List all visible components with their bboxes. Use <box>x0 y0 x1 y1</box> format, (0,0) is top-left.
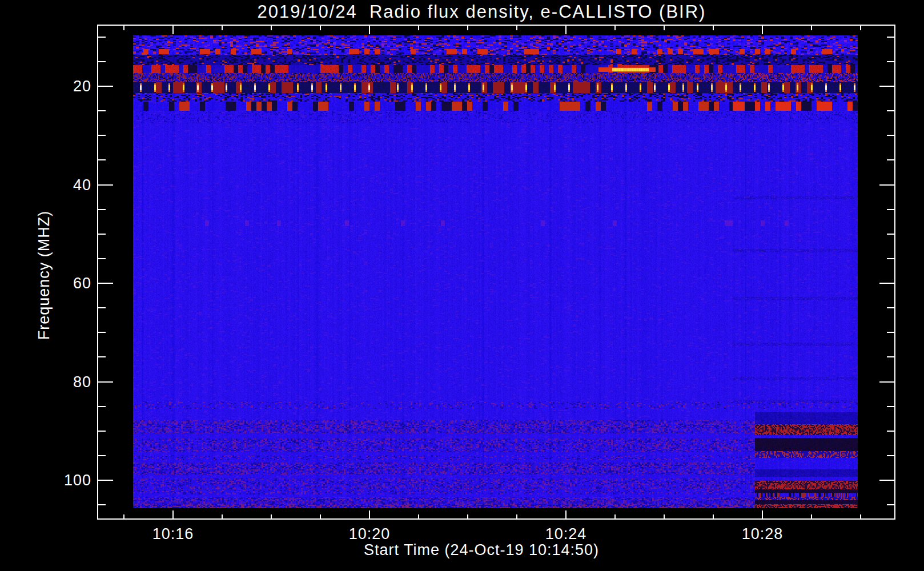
y-minor-tick <box>98 61 106 62</box>
y-minor-tick <box>98 37 106 38</box>
x-minor-tick <box>467 514 468 519</box>
y-minor-tick-right <box>887 431 894 432</box>
x-minor-tick-top <box>614 26 616 30</box>
y-minor-tick <box>98 159 106 160</box>
x-minor-tick <box>860 514 861 519</box>
x-minor-tick <box>516 514 517 519</box>
x-minor-tick <box>614 514 616 519</box>
x-minor-tick-top <box>516 26 517 30</box>
y-minor-tick-right <box>887 258 894 259</box>
y-axis-title: Frequency (MHZ) <box>35 115 53 435</box>
y-minor-tick <box>98 307 106 308</box>
y-major-tick-right <box>879 184 894 186</box>
x-minor-tick-top <box>860 26 861 30</box>
y-minor-tick <box>98 110 106 111</box>
x-tick-label: 10:20 <box>324 525 415 543</box>
x-minor-tick-top <box>271 26 272 30</box>
y-minor-tick-right <box>887 307 894 308</box>
x-minor-tick <box>320 514 321 519</box>
x-minor-tick-top <box>123 26 124 30</box>
x-minor-tick <box>811 514 812 519</box>
y-major-tick <box>98 283 113 284</box>
y-major-tick <box>98 381 113 383</box>
x-minor-tick <box>271 514 272 519</box>
x-major-tick <box>565 510 567 519</box>
y-minor-tick <box>98 332 106 333</box>
spectrogram-canvas <box>133 35 858 508</box>
x-minor-tick-top <box>418 26 419 30</box>
y-tick-label: 20 <box>34 78 91 95</box>
y-minor-tick-right <box>887 504 894 505</box>
chart-title: 2019/10/24 Radio flux density, e-CALLIST… <box>98 2 866 22</box>
x-major-tick-top <box>172 26 174 34</box>
x-minor-tick-top <box>320 26 321 30</box>
y-minor-tick <box>98 135 106 136</box>
y-minor-tick-right <box>887 332 894 333</box>
y-minor-tick-right <box>887 356 894 357</box>
x-minor-tick <box>222 514 223 519</box>
y-minor-tick <box>98 234 106 235</box>
y-minor-tick-right <box>887 37 894 38</box>
y-minor-tick <box>98 356 106 357</box>
x-minor-tick-top <box>222 26 223 30</box>
y-minor-tick <box>98 258 106 259</box>
y-minor-tick-right <box>887 209 894 210</box>
y-minor-tick <box>98 504 106 505</box>
y-major-tick-right <box>879 86 894 87</box>
y-minor-tick-right <box>887 61 894 62</box>
x-major-tick-top <box>565 26 567 34</box>
y-minor-tick <box>98 209 106 210</box>
x-minor-tick-top <box>713 26 714 30</box>
x-minor-tick-top <box>467 26 468 30</box>
x-major-tick-top <box>369 26 370 34</box>
y-major-tick <box>98 86 113 87</box>
y-minor-tick <box>98 455 106 456</box>
x-major-tick <box>369 510 370 519</box>
y-minor-tick <box>98 431 106 432</box>
x-major-tick <box>762 510 763 519</box>
x-tick-label: 10:24 <box>520 525 612 543</box>
spectrogram-figure: 2019/10/24 Radio flux density, e-CALLIST… <box>0 0 924 571</box>
y-minor-tick-right <box>887 159 894 160</box>
y-major-tick-right <box>879 381 894 383</box>
x-tick-label: 10:28 <box>717 525 808 543</box>
x-minor-tick <box>418 514 419 519</box>
x-axis-title: Start Time (24-Oct-19 10:14:50) <box>253 541 710 559</box>
x-minor-tick-top <box>664 26 665 30</box>
x-major-tick-top <box>762 26 763 34</box>
y-major-tick-right <box>879 283 894 284</box>
x-minor-tick-top <box>811 26 812 30</box>
y-minor-tick-right <box>887 406 894 407</box>
y-minor-tick-right <box>887 455 894 456</box>
x-tick-label: 10:16 <box>127 525 219 543</box>
y-major-tick-right <box>879 480 894 481</box>
y-major-tick <box>98 480 113 481</box>
y-minor-tick-right <box>887 234 894 235</box>
y-minor-tick-right <box>887 110 894 111</box>
y-minor-tick <box>98 406 106 407</box>
y-tick-label: 100 <box>34 472 91 489</box>
y-minor-tick-right <box>887 135 894 136</box>
y-major-tick <box>98 184 113 186</box>
x-minor-tick <box>123 514 124 519</box>
x-minor-tick <box>664 514 665 519</box>
x-major-tick <box>172 510 174 519</box>
x-minor-tick <box>713 514 714 519</box>
